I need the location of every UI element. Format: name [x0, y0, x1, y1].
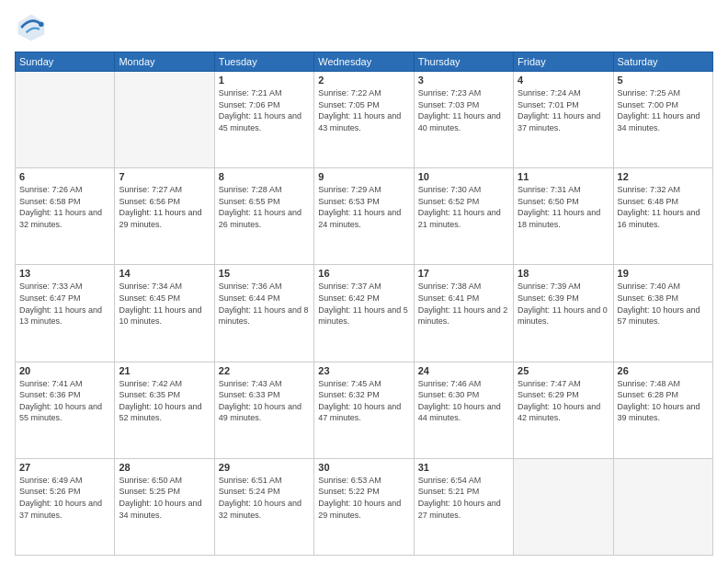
day-number: 24	[418, 365, 509, 376]
cell-content: Sunrise: 7:29 AM Sunset: 6:53 PM Dayligh…	[318, 184, 409, 230]
col-header-monday: Monday	[115, 52, 214, 72]
calendar-cell: 16Sunrise: 7:37 AM Sunset: 6:42 PM Dayli…	[314, 265, 414, 362]
cell-content: Sunrise: 6:50 AM Sunset: 5:25 PM Dayligh…	[119, 475, 210, 521]
calendar-cell: 15Sunrise: 7:36 AM Sunset: 6:44 PM Dayli…	[214, 265, 313, 362]
day-number: 26	[618, 365, 709, 376]
calendar-cell: 22Sunrise: 7:43 AM Sunset: 6:33 PM Dayli…	[214, 362, 313, 458]
cell-content: Sunrise: 6:51 AM Sunset: 5:24 PM Dayligh…	[219, 475, 310, 521]
calendar-cell: 13Sunrise: 7:33 AM Sunset: 6:47 PM Dayli…	[16, 265, 115, 362]
calendar-cell	[115, 72, 214, 168]
day-number: 21	[119, 365, 210, 376]
col-header-wednesday: Wednesday	[314, 52, 414, 72]
col-header-saturday: Saturday	[613, 52, 712, 72]
cell-content: Sunrise: 7:24 AM Sunset: 7:01 PM Dayligh…	[518, 87, 609, 133]
day-number: 13	[19, 268, 110, 279]
cell-content: Sunrise: 7:38 AM Sunset: 6:41 PM Dayligh…	[418, 281, 509, 327]
cell-content: Sunrise: 6:54 AM Sunset: 5:21 PM Dayligh…	[418, 475, 509, 521]
cell-content: Sunrise: 7:26 AM Sunset: 6:58 PM Dayligh…	[19, 184, 110, 230]
calendar-cell: 8Sunrise: 7:28 AM Sunset: 6:55 PM Daylig…	[214, 168, 313, 265]
col-header-tuesday: Tuesday	[214, 52, 313, 72]
day-number: 10	[418, 171, 509, 182]
calendar-cell: 9Sunrise: 7:29 AM Sunset: 6:53 PM Daylig…	[314, 168, 414, 265]
calendar-cell: 30Sunrise: 6:53 AM Sunset: 5:22 PM Dayli…	[314, 458, 414, 555]
cell-content: Sunrise: 6:53 AM Sunset: 5:22 PM Dayligh…	[318, 475, 409, 521]
calendar-cell: 7Sunrise: 7:27 AM Sunset: 6:56 PM Daylig…	[115, 168, 214, 265]
col-header-friday: Friday	[514, 52, 613, 72]
calendar-cell: 17Sunrise: 7:38 AM Sunset: 6:41 PM Dayli…	[414, 265, 513, 362]
day-number: 27	[19, 462, 110, 473]
cell-content: Sunrise: 7:33 AM Sunset: 6:47 PM Dayligh…	[19, 281, 110, 327]
calendar-cell: 28Sunrise: 6:50 AM Sunset: 5:25 PM Dayli…	[115, 458, 214, 555]
header	[15, 11, 713, 44]
calendar-cell: 27Sunrise: 6:49 AM Sunset: 5:26 PM Dayli…	[16, 458, 115, 555]
day-number: 23	[318, 365, 409, 376]
cell-content: Sunrise: 7:25 AM Sunset: 7:00 PM Dayligh…	[618, 87, 709, 133]
calendar-cell: 14Sunrise: 7:34 AM Sunset: 6:45 PM Dayli…	[115, 265, 214, 362]
cell-content: Sunrise: 7:43 AM Sunset: 6:33 PM Dayligh…	[219, 378, 310, 424]
cell-content: Sunrise: 7:42 AM Sunset: 6:35 PM Dayligh…	[119, 378, 210, 424]
calendar-cell: 11Sunrise: 7:31 AM Sunset: 6:50 PM Dayli…	[514, 168, 613, 265]
cell-content: Sunrise: 7:45 AM Sunset: 6:32 PM Dayligh…	[318, 378, 409, 424]
cell-content: Sunrise: 6:49 AM Sunset: 5:26 PM Dayligh…	[19, 475, 110, 521]
day-number: 18	[518, 268, 609, 279]
day-number: 17	[418, 268, 509, 279]
calendar-cell: 1Sunrise: 7:21 AM Sunset: 7:06 PM Daylig…	[214, 72, 313, 168]
calendar-table: SundayMondayTuesdayWednesdayThursdayFrid…	[15, 52, 713, 556]
day-number: 8	[219, 171, 310, 182]
day-number: 15	[219, 268, 310, 279]
cell-content: Sunrise: 7:28 AM Sunset: 6:55 PM Dayligh…	[219, 184, 310, 230]
cell-content: Sunrise: 7:39 AM Sunset: 6:39 PM Dayligh…	[518, 281, 609, 327]
cell-content: Sunrise: 7:30 AM Sunset: 6:52 PM Dayligh…	[418, 184, 509, 230]
calendar-cell: 4Sunrise: 7:24 AM Sunset: 7:01 PM Daylig…	[514, 72, 613, 168]
calendar-cell: 21Sunrise: 7:42 AM Sunset: 6:35 PM Dayli…	[115, 362, 214, 458]
cell-content: Sunrise: 7:21 AM Sunset: 7:06 PM Dayligh…	[219, 87, 310, 133]
day-number: 6	[19, 171, 110, 182]
day-number: 29	[219, 462, 310, 473]
calendar-cell	[16, 72, 115, 168]
cell-content: Sunrise: 7:34 AM Sunset: 6:45 PM Dayligh…	[119, 281, 210, 327]
cell-content: Sunrise: 7:46 AM Sunset: 6:30 PM Dayligh…	[418, 378, 509, 424]
cell-content: Sunrise: 7:31 AM Sunset: 6:50 PM Dayligh…	[518, 184, 609, 230]
day-number: 25	[518, 365, 609, 376]
day-number: 11	[518, 171, 609, 182]
cell-content: Sunrise: 7:32 AM Sunset: 6:48 PM Dayligh…	[618, 184, 709, 230]
day-number: 9	[318, 171, 409, 182]
calendar-cell: 31Sunrise: 6:54 AM Sunset: 5:21 PM Dayli…	[414, 458, 513, 555]
cell-content: Sunrise: 7:22 AM Sunset: 7:05 PM Dayligh…	[318, 87, 409, 133]
day-number: 30	[318, 462, 409, 473]
day-number: 4	[518, 75, 609, 86]
page: SundayMondayTuesdayWednesdayThursdayFrid…	[0, 0, 728, 563]
calendar-cell: 25Sunrise: 7:47 AM Sunset: 6:29 PM Dayli…	[514, 362, 613, 458]
calendar-cell	[613, 458, 712, 555]
week-row-4: 27Sunrise: 6:49 AM Sunset: 5:26 PM Dayli…	[16, 458, 713, 555]
week-row-3: 20Sunrise: 7:41 AM Sunset: 6:36 PM Dayli…	[16, 362, 713, 458]
cell-content: Sunrise: 7:41 AM Sunset: 6:36 PM Dayligh…	[19, 378, 110, 424]
svg-point-1	[39, 22, 43, 27]
cell-content: Sunrise: 7:36 AM Sunset: 6:44 PM Dayligh…	[219, 281, 310, 327]
cell-content: Sunrise: 7:37 AM Sunset: 6:42 PM Dayligh…	[318, 281, 409, 327]
header-row: SundayMondayTuesdayWednesdayThursdayFrid…	[16, 52, 713, 72]
cell-content: Sunrise: 7:27 AM Sunset: 6:56 PM Dayligh…	[119, 184, 210, 230]
day-number: 20	[19, 365, 110, 376]
day-number: 31	[418, 462, 509, 473]
calendar-cell: 20Sunrise: 7:41 AM Sunset: 6:36 PM Dayli…	[16, 362, 115, 458]
cell-content: Sunrise: 7:40 AM Sunset: 6:38 PM Dayligh…	[618, 281, 709, 327]
day-number: 19	[618, 268, 709, 279]
day-number: 5	[618, 75, 709, 86]
day-number: 28	[119, 462, 210, 473]
calendar-cell: 26Sunrise: 7:48 AM Sunset: 6:28 PM Dayli…	[613, 362, 712, 458]
calendar-cell: 18Sunrise: 7:39 AM Sunset: 6:39 PM Dayli…	[514, 265, 613, 362]
week-row-2: 13Sunrise: 7:33 AM Sunset: 6:47 PM Dayli…	[16, 265, 713, 362]
day-number: 1	[219, 75, 310, 86]
calendar-cell: 5Sunrise: 7:25 AM Sunset: 7:00 PM Daylig…	[613, 72, 712, 168]
cell-content: Sunrise: 7:48 AM Sunset: 6:28 PM Dayligh…	[618, 378, 709, 424]
day-number: 22	[219, 365, 310, 376]
cell-content: Sunrise: 7:23 AM Sunset: 7:03 PM Dayligh…	[418, 87, 509, 133]
calendar-cell: 12Sunrise: 7:32 AM Sunset: 6:48 PM Dayli…	[613, 168, 712, 265]
day-number: 2	[318, 75, 409, 86]
cell-content: Sunrise: 7:47 AM Sunset: 6:29 PM Dayligh…	[518, 378, 609, 424]
calendar-cell: 29Sunrise: 6:51 AM Sunset: 5:24 PM Dayli…	[214, 458, 313, 555]
calendar-cell: 2Sunrise: 7:22 AM Sunset: 7:05 PM Daylig…	[314, 72, 414, 168]
calendar-cell: 10Sunrise: 7:30 AM Sunset: 6:52 PM Dayli…	[414, 168, 513, 265]
day-number: 3	[418, 75, 509, 86]
